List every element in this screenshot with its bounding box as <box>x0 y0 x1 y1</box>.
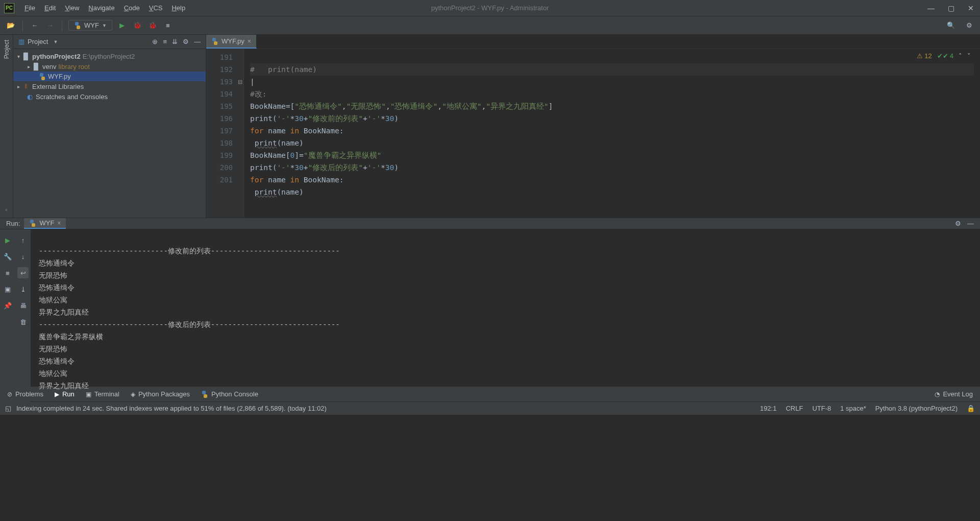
soft-wrap-icon[interactable]: ↩ <box>17 267 29 278</box>
scratches-label: Scratches and Consoles <box>36 93 108 101</box>
minimize-button[interactable]: — <box>925 4 937 12</box>
run-tab-label: WYF <box>39 219 54 227</box>
expand-icon[interactable]: ≡ <box>163 38 167 45</box>
debug-icon[interactable]: 🐞 <box>132 20 143 31</box>
main-toolbar: 📂 ← → WYF ▼ ▶ 🐞 🐞 ■ 🔍 ⚙ <box>0 16 980 35</box>
rerun-icon[interactable]: ▶ <box>2 234 13 246</box>
menu-edit[interactable]: Edit <box>40 2 60 14</box>
tree-file-wyf[interactable]: WYF.py <box>13 72 206 81</box>
next-highlight-icon[interactable]: ˅ <box>967 52 971 60</box>
menu-view[interactable]: View <box>61 2 83 14</box>
hide-icon[interactable]: — <box>194 38 201 45</box>
structure-icon[interactable]: ▫ <box>5 206 8 214</box>
project-panel: ▥ Project ▼ ⊕ ≡ ⇊ ⚙ — ▾ ▉ pythonProject2… <box>13 35 206 218</box>
chevron-down-icon[interactable]: ▼ <box>53 39 58 44</box>
folder-icon: ▉ <box>22 52 30 60</box>
run-icon[interactable]: ▶ <box>116 20 128 31</box>
hide-icon[interactable]: — <box>967 220 974 227</box>
tool-terminal[interactable]: ▣Terminal <box>86 390 119 398</box>
line-separator[interactable]: CRLF <box>786 405 803 412</box>
warning-badge[interactable]: ⚠ 12 <box>917 52 932 60</box>
coverage-icon[interactable]: 🐞 <box>147 20 158 31</box>
project-tool-button[interactable]: Project <box>3 38 10 61</box>
run-output[interactable]: ------------------------------修改前的列表----… <box>31 229 980 407</box>
settings-icon[interactable]: ⚙ <box>964 20 975 31</box>
menu-file[interactable]: File <box>20 2 39 14</box>
tool-run[interactable]: ▶Run <box>55 390 75 398</box>
fold-strip: ⊟ <box>237 49 244 218</box>
editor-tabs: WYF.py × <box>206 35 980 49</box>
editor-area: WYF.py × 191 192 193 194 195 196 197 198… <box>206 35 980 218</box>
editor-tab-wyf[interactable]: WYF.py × <box>206 35 257 49</box>
chevron-down-icon: ▼ <box>102 23 107 28</box>
main-area: Project ▫ ▥ Project ▼ ⊕ ≡ ⇊ ⚙ — ▾ ▉ pyth… <box>0 35 980 218</box>
interpreter[interactable]: Python 3.8 (pythonProject2) <box>875 405 958 412</box>
venv-label: venv <box>42 63 56 70</box>
tree-external-libraries[interactable]: ▸ ⫴ External Libraries <box>13 81 206 91</box>
trash-icon[interactable]: 🗑 <box>17 316 29 327</box>
run-config-label: WYF <box>84 21 99 29</box>
close-run-tab-icon[interactable]: × <box>57 220 61 227</box>
search-icon[interactable]: 🔍 <box>945 20 957 31</box>
python-icon <box>201 391 208 398</box>
menubar: File Edit View Navigate Code VCS Help <box>20 2 189 14</box>
tool-window-toggle-icon[interactable]: ◱ <box>5 405 11 412</box>
open-icon[interactable]: 📂 <box>5 20 16 31</box>
app-icon: PC <box>4 3 14 13</box>
collapse-icon[interactable]: ⇊ <box>172 38 178 45</box>
pin-icon[interactable]: 📌 <box>2 300 13 311</box>
close-button[interactable]: ✕ <box>966 4 976 12</box>
python-icon <box>74 22 81 29</box>
down-icon[interactable]: ↓ <box>17 251 29 262</box>
file-name: WYF.py <box>48 73 71 80</box>
tree-venv[interactable]: ▸ ▉ venv library root <box>13 61 206 72</box>
menu-navigate[interactable]: Navigate <box>84 2 118 14</box>
tool-problems[interactable]: ⊘Problems <box>7 390 43 398</box>
ok-badge[interactable]: ✔✔ 4 <box>937 52 953 60</box>
close-tab-icon[interactable]: × <box>248 38 251 45</box>
up-icon[interactable]: ↑ <box>17 234 29 246</box>
gear-icon[interactable]: ⚙ <box>183 38 189 45</box>
menu-code[interactable]: Code <box>120 2 144 14</box>
editor-body[interactable]: 191 192 193 194 195 196 197 198 199 200 … <box>206 49 980 218</box>
project-tree[interactable]: ▾ ▉ pythonProject2 E:\pythonProject2 ▸ ▉… <box>13 49 206 104</box>
chevron-right-icon: ▸ <box>17 84 20 89</box>
select-open-file-icon[interactable]: ⊕ <box>152 38 158 45</box>
run-configuration-select[interactable]: WYF ▼ <box>68 20 112 31</box>
caret-position[interactable]: 192:1 <box>760 405 777 412</box>
forward-icon[interactable]: → <box>44 20 56 31</box>
stop-icon[interactable]: ■ <box>2 267 13 278</box>
run-icon: ▶ <box>55 391 59 398</box>
print-icon[interactable]: 🖶 <box>17 300 29 311</box>
libraries-icon: ⫴ <box>22 82 30 90</box>
tree-scratches[interactable]: ◐ Scratches and Consoles <box>13 91 206 102</box>
run-tab-wyf[interactable]: WYF × <box>24 218 66 229</box>
run-panel: Run: WYF × ⚙ — ▶ 🔧 ■ ▣ 📌 ↑ ↓ <box>0 218 980 386</box>
maximize-button[interactable]: ▢ <box>946 4 957 12</box>
lock-icon[interactable]: 🔒 <box>967 405 975 412</box>
code-editor[interactable]: # print(name) | #改: BookName=["恐怖通缉令","无… <box>244 49 980 218</box>
tool-python-console[interactable]: Python Console <box>201 390 258 398</box>
gear-icon[interactable]: ⚙ <box>955 220 961 227</box>
tree-project-root[interactable]: ▾ ▉ pythonProject2 E:\pythonProject2 <box>13 51 206 61</box>
external-libs-label: External Libraries <box>32 83 84 90</box>
event-log[interactable]: ◔Event Log <box>935 390 973 398</box>
packages-icon: ◈ <box>131 391 135 398</box>
menu-vcs[interactable]: VCS <box>145 2 167 14</box>
event-log-icon: ◔ <box>935 391 940 398</box>
layout-icon[interactable]: ▣ <box>2 283 13 295</box>
prev-highlight-icon[interactable]: ˄ <box>959 52 962 60</box>
menu-help[interactable]: Help <box>167 2 189 14</box>
stop-icon[interactable]: ■ <box>162 20 174 31</box>
folder-icon: ▉ <box>32 62 40 70</box>
scroll-end-icon[interactable]: ⤓ <box>17 283 29 295</box>
tool-python-packages[interactable]: ◈Python Packages <box>131 390 190 398</box>
run-side-toolbar: ▶ 🔧 ■ ▣ 📌 ↑ ↓ ↩ ⤓ 🖶 🗑 <box>0 229 31 407</box>
back-icon[interactable]: ← <box>29 20 40 31</box>
separator <box>62 20 62 31</box>
wrench-icon[interactable]: 🔧 <box>2 251 13 262</box>
file-encoding[interactable]: UTF-8 <box>812 405 831 412</box>
scratches-icon: ◐ <box>26 92 34 101</box>
left-side-strip: Project ▫ <box>0 35 13 218</box>
indent-info[interactable]: 1 space* <box>840 405 866 412</box>
